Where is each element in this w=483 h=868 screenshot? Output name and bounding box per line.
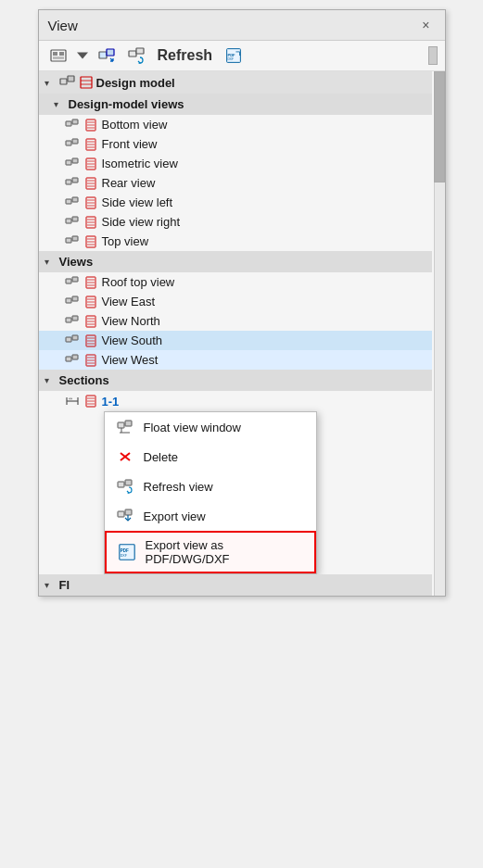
tree-item-view-east[interactable]: View East (39, 292, 432, 311)
switch-views-button[interactable] (95, 45, 119, 66)
refresh-button[interactable] (124, 45, 148, 66)
context-menu-label: Float view window (144, 421, 242, 434)
fl-group-label: Fl (59, 578, 70, 592)
tree-item-side-view-left[interactable]: Side view left (39, 193, 432, 212)
item-label: View North (102, 314, 160, 328)
doc-icon (85, 119, 96, 132)
svg-rect-59 (72, 277, 78, 282)
view-icon (65, 315, 80, 328)
item-label: Isometric view (102, 157, 178, 170)
svg-rect-77 (72, 335, 78, 340)
design-model-label: Design model (96, 76, 175, 90)
view-toolbar-icon[interactable] (46, 45, 70, 66)
item-label: Roof top view (102, 275, 175, 289)
svg-rect-64 (66, 298, 71, 303)
chevron-down-icon: ▾ (44, 580, 56, 590)
svg-rect-2 (59, 52, 64, 56)
view-icon (65, 235, 80, 248)
item-label: View South (102, 333, 163, 347)
svg-rect-98 (118, 482, 124, 487)
doc-icon (85, 216, 96, 229)
3d-label: Refresh (158, 47, 213, 64)
doc-icon (85, 296, 96, 308)
svg-rect-1 (53, 52, 57, 56)
item-label: View West (102, 353, 159, 367)
chevron-down-icon: ▾ (44, 78, 56, 88)
doc-icon (85, 177, 96, 190)
doc-icon (85, 395, 96, 408)
doc-icon (85, 196, 96, 209)
export-view-icon (116, 507, 134, 525)
tree-item-view-south[interactable]: View South (39, 331, 432, 350)
svg-text:PDF: PDF (228, 53, 236, 57)
svg-rect-53 (72, 236, 78, 241)
svg-rect-101 (125, 509, 132, 515)
view-icon (65, 177, 80, 190)
svg-rect-46 (66, 219, 71, 223)
doc-icon (85, 354, 96, 367)
svg-rect-7 (136, 48, 144, 54)
svg-rect-71 (72, 316, 78, 321)
tree-item-view-west[interactable]: View West (39, 350, 432, 370)
fl-group[interactable]: ▾ Fl (39, 574, 432, 596)
svg-rect-12 (68, 76, 74, 82)
doc-icon (85, 138, 96, 151)
tree-scroll-area[interactable]: ▾ Design model ▾ (39, 71, 445, 596)
view-icon (65, 276, 80, 289)
doc-icon (85, 157, 96, 170)
panel-header: View × (39, 10, 445, 41)
design-model-views-group[interactable]: ▾ Design-model views (39, 94, 432, 115)
context-menu-item-refresh-view[interactable]: Refresh view (105, 472, 316, 501)
svg-rect-58 (66, 279, 71, 283)
tree-item-side-view-right[interactable]: Side view right (39, 212, 432, 232)
tree-item-isometric-view[interactable]: Isometric view (39, 154, 432, 173)
view-icon (65, 157, 80, 170)
tree-item-roof-top-view[interactable]: Roof top view (39, 272, 432, 292)
context-menu-item-delete[interactable]: Delete (105, 442, 316, 472)
tree-item-front-view[interactable]: Front view (39, 134, 432, 154)
svg-text:⇔: ⇔ (69, 396, 72, 401)
context-menu-item-float[interactable]: Float view window (105, 412, 316, 442)
scrollbar-track[interactable] (434, 71, 445, 596)
view-icon (65, 216, 80, 229)
dropdown-arrow-icon[interactable] (76, 45, 89, 66)
sections-group-label: Sections (59, 373, 109, 387)
toolbar: Refresh PDF DXF (39, 41, 445, 71)
item-label: Rear view (102, 176, 156, 190)
svg-text:DXF: DXF (120, 554, 127, 558)
svg-text:DXF: DXF (228, 57, 235, 61)
tree-item-top-view[interactable]: Top view (39, 232, 432, 251)
context-menu-item-export-view[interactable]: Export view (105, 501, 316, 531)
close-button[interactable]: × (416, 16, 435, 34)
tree-item-rear-view[interactable]: Rear view (39, 173, 432, 193)
model-icon (59, 75, 76, 90)
doc-icon (85, 235, 96, 248)
tree-item-view-north[interactable]: View North (39, 311, 432, 331)
context-menu-label: Export view as PDF/DWG/DXF (146, 538, 303, 566)
views-group-label: Views (59, 255, 94, 269)
view-icon (65, 119, 80, 132)
svg-rect-5 (107, 49, 114, 56)
tree-item-section-1-1[interactable]: ⇔ 1-1 (39, 391, 432, 411)
context-menu-item-export-pdf[interactable]: PDF DXF Export view as PDF/DWG/DXF (105, 531, 316, 573)
views-group[interactable]: ▾ Views (39, 251, 432, 272)
delete-icon (116, 447, 134, 466)
view-icon (65, 354, 80, 367)
design-model-group[interactable]: ▾ Design model (39, 71, 432, 94)
svg-rect-65 (72, 296, 78, 301)
svg-rect-16 (66, 121, 71, 126)
svg-rect-83 (72, 355, 78, 359)
svg-rect-11 (60, 79, 67, 84)
context-menu-label: Export view (144, 509, 206, 523)
section-label: 1-1 (102, 395, 120, 409)
section-icon: ⇔ (65, 394, 80, 409)
scrollbar-thumb[interactable] (434, 71, 445, 182)
pdf-export-icon: PDF DXF (118, 543, 136, 561)
item-label: Front view (102, 137, 158, 151)
svg-rect-3 (53, 57, 64, 59)
context-menu-label: Delete (144, 450, 179, 464)
sections-group[interactable]: ▾ Sections (39, 370, 432, 391)
pdf-dxf-toolbar-icon[interactable]: PDF DXF (222, 45, 246, 66)
svg-rect-70 (66, 318, 71, 322)
tree-item-bottom-view[interactable]: Bottom view (39, 115, 432, 134)
